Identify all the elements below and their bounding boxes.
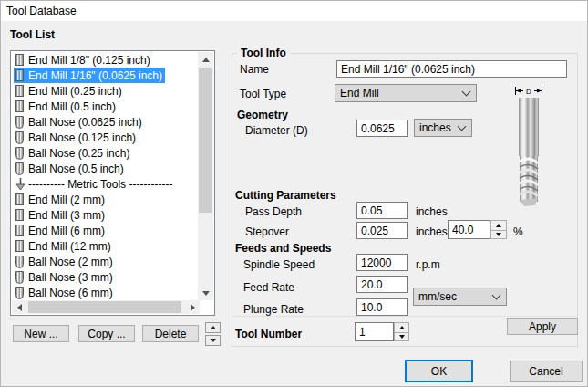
- list-item[interactable]: End Mill (2 mm): [12, 192, 199, 207]
- list-item[interactable]: End Mill (0.25 inch): [12, 83, 199, 99]
- tool-database-dialog: Tool Database Tool List End Mill 1/8" (0…: [0, 0, 588, 387]
- list-item[interactable]: Ball Nose (2 mm): [12, 254, 199, 269]
- move-up-button[interactable]: [205, 322, 221, 333]
- list-item-label: Ball Nose (0.0625 inch): [28, 116, 142, 129]
- rate-units-dropdown[interactable]: mm/sec: [413, 288, 507, 306]
- tool-number-spinner[interactable]: [394, 322, 409, 341]
- tool-list-rows: End Mill 1/8" (0.125 inch)End Mill 1/16"…: [12, 52, 199, 300]
- geometry-heading: Geometry: [237, 109, 288, 121]
- tool-type-label: Tool Type: [240, 88, 286, 100]
- list-item-label: End Mill (12 mm): [28, 240, 111, 253]
- list-item-label: End Mill 1/16" (0.0625 inch): [28, 69, 162, 82]
- feed-rate-label: Feed Rate: [243, 281, 294, 294]
- vertical-scrollbar[interactable]: [198, 52, 213, 300]
- horizontal-scrollbar[interactable]: [12, 300, 200, 314]
- stepover-percent-input[interactable]: [448, 220, 490, 239]
- scroll-up-icon[interactable]: [198, 52, 213, 67]
- list-item-label: Ball Nose (6 mm): [28, 287, 113, 299]
- list-item[interactable]: End Mill (6 mm): [12, 223, 199, 238]
- end-mill-icon: [15, 194, 24, 205]
- feeds-speeds-heading: Feeds and Speeds: [235, 242, 331, 255]
- copy-button[interactable]: Copy ...: [78, 325, 135, 342]
- chevron-down-icon: [462, 88, 471, 97]
- vertical-scroll-thumb[interactable]: [199, 68, 212, 213]
- list-item[interactable]: Ball Nose (0.5 inch): [12, 161, 199, 176]
- svg-text:D: D: [526, 88, 531, 96]
- end-mill-icon: [15, 54, 24, 66]
- list-item[interactable]: Ball Nose (3 mm): [12, 269, 199, 285]
- pass-depth-input[interactable]: [356, 202, 408, 219]
- spin-down-icon[interactable]: [395, 332, 408, 341]
- end-mill-icon: [15, 240, 24, 252]
- tool-type-dropdown[interactable]: End Mill: [335, 84, 477, 102]
- ball-nose-icon: [15, 287, 24, 299]
- list-item-label: End Mill (3 mm): [28, 209, 105, 222]
- tool-list[interactable]: End Mill 1/8" (0.125 inch)End Mill 1/16"…: [10, 50, 215, 316]
- list-item[interactable]: Ball Nose (0.25 inch): [12, 145, 199, 161]
- stepover-percent-spinner[interactable]: [490, 220, 507, 239]
- list-item-label: Ball Nose (2 mm): [28, 256, 113, 268]
- horizontal-scroll-thumb[interactable]: [28, 301, 181, 313]
- name-input[interactable]: [336, 60, 567, 78]
- stepover-label: Stepover: [245, 225, 289, 238]
- scroll-right-icon[interactable]: [185, 300, 200, 314]
- stepover-input[interactable]: [356, 222, 408, 239]
- tool-number-input[interactable]: [355, 322, 394, 341]
- divider: [232, 316, 577, 317]
- list-item[interactable]: Ball Nose (6 mm): [12, 285, 199, 300]
- list-item-label: End Mill (6 mm): [28, 225, 105, 237]
- diameter-label: Diameter (D): [245, 124, 308, 137]
- list-item[interactable]: End Mill (12 mm): [12, 238, 199, 254]
- list-item[interactable]: ---------- Metric Tools ------------: [12, 176, 199, 192]
- ball-nose-icon: [15, 162, 24, 175]
- chevron-down-icon: [492, 291, 501, 300]
- ok-button[interactable]: OK: [405, 360, 473, 382]
- list-item-label: End Mill (0.25 inch): [28, 85, 122, 98]
- ball-nose-icon: [15, 147, 24, 160]
- list-item[interactable]: End Mill 1/8" (0.125 inch): [12, 52, 199, 68]
- list-item-label: Ball Nose (0.5 inch): [28, 162, 124, 175]
- spin-up-icon[interactable]: [395, 323, 408, 332]
- end-mill-icon: [15, 69, 24, 81]
- ball-nose-icon: [15, 271, 24, 284]
- list-item-label: ---------- Metric Tools ------------: [28, 178, 172, 191]
- spin-up-icon[interactable]: [491, 221, 506, 230]
- tool-list-heading: Tool List: [10, 28, 55, 41]
- pass-depth-label: Pass Depth: [245, 205, 302, 218]
- list-item[interactable]: End Mill (3 mm): [12, 207, 199, 223]
- feed-rate-input[interactable]: [356, 276, 408, 293]
- cutting-parameters-heading: Cutting Parameters: [235, 189, 336, 202]
- delete-button[interactable]: Delete: [142, 325, 199, 342]
- diameter-dimension-diagram: D: [514, 86, 543, 96]
- list-item-label: End Mill (2 mm): [28, 194, 105, 206]
- end-mill-icon: [15, 209, 24, 221]
- list-item[interactable]: Ball Nose (0.0625 inch): [12, 114, 199, 130]
- cancel-button[interactable]: Cancel: [510, 361, 583, 382]
- diameter-units-dropdown[interactable]: inches: [414, 119, 472, 137]
- list-item[interactable]: End Mill (0.5 inch): [12, 99, 199, 114]
- move-down-button[interactable]: [205, 335, 221, 346]
- end-mill-icon: [15, 85, 24, 97]
- list-item[interactable]: Ball Nose (0.125 inch): [12, 130, 199, 145]
- window-title: Tool Database: [6, 5, 77, 17]
- spin-down-icon[interactable]: [491, 230, 506, 239]
- up-arrow-icon: [211, 326, 216, 329]
- scroll-down-icon[interactable]: [198, 286, 213, 300]
- list-item-label: Ball Nose (0.25 inch): [28, 147, 129, 160]
- ball-nose-icon: [15, 116, 24, 129]
- new-button[interactable]: New ...: [13, 325, 69, 342]
- end-mill-icon: [15, 100, 24, 112]
- chevron-down-icon: [458, 122, 467, 131]
- title-bar: Tool Database: [1, 1, 587, 21]
- list-item-label: End Mill (0.5 inch): [28, 100, 116, 113]
- spindle-speed-input[interactable]: [356, 254, 408, 271]
- ball-nose-icon: [15, 131, 24, 144]
- scroll-left-icon[interactable]: [12, 300, 26, 314]
- ball-nose-icon: [15, 256, 24, 268]
- list-item[interactable]: End Mill 1/16" (0.0625 inch): [12, 68, 199, 83]
- diameter-input[interactable]: [356, 120, 408, 137]
- apply-button[interactable]: Apply: [507, 318, 578, 335]
- plunge-rate-input[interactable]: [356, 298, 408, 316]
- end-mill-photo: [517, 98, 541, 207]
- spindle-speed-label: Spindle Speed: [243, 258, 315, 271]
